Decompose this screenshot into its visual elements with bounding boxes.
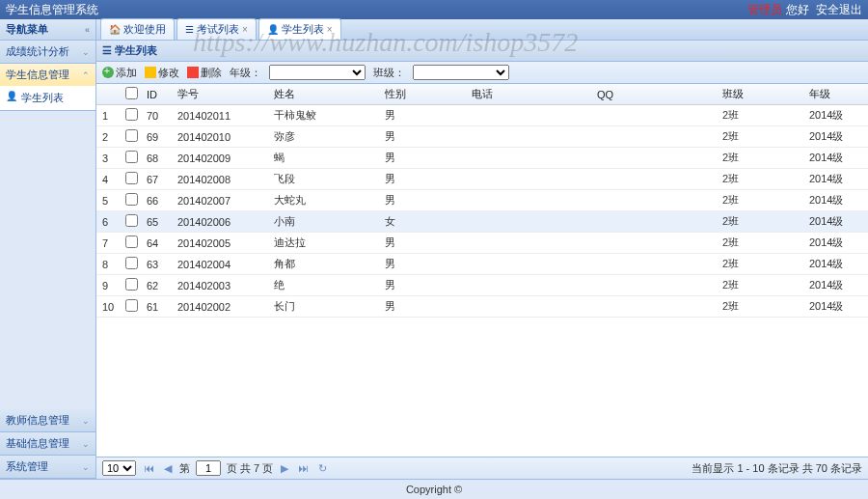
row-checkbox[interactable]: [120, 296, 141, 318]
collapse-icon[interactable]: «: [85, 25, 90, 35]
table-row[interactable]: 863201402004角都男2班2014级: [96, 254, 868, 275]
add-label: 添加: [116, 66, 137, 80]
col-name[interactable]: 姓名: [268, 84, 379, 105]
table-row[interactable]: 467201402008飞段男2班2014级: [96, 169, 868, 190]
grade-select[interactable]: [269, 65, 366, 80]
prev-page-button[interactable]: ◀: [162, 462, 174, 475]
table-row[interactable]: 962201402003绝男2班2014级: [96, 275, 868, 296]
col-qq[interactable]: QQ: [591, 84, 717, 105]
cell-sex: 男: [379, 169, 466, 190]
sidebar-item-student-list[interactable]: 学生列表: [0, 86, 95, 110]
sidebar-acc-teacher[interactable]: 教师信息管理 ⌄: [0, 409, 95, 431]
cell-class: 2班: [717, 105, 803, 126]
cell-sno: 201402011: [172, 105, 268, 126]
cell-phone: [466, 296, 591, 318]
cell-sex: 男: [379, 254, 466, 275]
cell-grade: 2014级: [803, 254, 868, 275]
row-checkbox[interactable]: [120, 211, 141, 233]
panel-header: ☰ 学生列表: [96, 41, 868, 62]
row-checkbox[interactable]: [120, 126, 141, 148]
sidebar-acc-system[interactable]: 系统管理 ⌄: [0, 456, 95, 478]
edit-button[interactable]: 修改: [145, 66, 179, 80]
cell-grade: 2014级: [803, 296, 868, 318]
close-icon[interactable]: ×: [327, 24, 333, 35]
cell-id: 69: [141, 126, 172, 148]
col-sno[interactable]: 学号: [172, 84, 268, 105]
cell-class: 2班: [717, 233, 803, 254]
cell-id: 66: [141, 190, 172, 211]
table-row[interactable]: 665201402006小南女2班2014级: [96, 211, 868, 233]
page-input[interactable]: [196, 460, 221, 476]
add-icon: [102, 67, 114, 78]
logout-link[interactable]: 安全退出: [816, 3, 862, 16]
row-checkbox[interactable]: [120, 233, 141, 254]
row-checkbox[interactable]: [120, 169, 141, 190]
cell-qq: [591, 211, 717, 233]
cell-name: 蝎: [268, 148, 379, 169]
cell-grade: 2014级: [803, 275, 868, 296]
add-button[interactable]: 添加: [102, 66, 137, 80]
student-grid: ID 学号 姓名 性别 电话 QQ 班级 年级 170201402011干柿鬼鲛…: [96, 84, 868, 457]
sidebar-acc-label: 系统管理: [6, 459, 48, 474]
cell-sex: 男: [379, 275, 466, 296]
chevron-up-icon: ⌃: [82, 70, 90, 80]
col-grade[interactable]: 年级: [803, 84, 868, 105]
table-row[interactable]: 269201402010弥彦男2班2014级: [96, 126, 868, 148]
tab-students[interactable]: 👤 学生列表 ×: [258, 18, 341, 40]
sidebar-acc-student[interactable]: 学生信息管理 ⌃: [0, 64, 95, 86]
row-checkbox[interactable]: [120, 254, 141, 275]
tab-welcome[interactable]: 🏠 欢迎使用: [100, 18, 175, 40]
sidebar-header-title: 导航菜单: [6, 22, 48, 37]
cell-phone: [466, 254, 591, 275]
class-select[interactable]: [413, 65, 509, 80]
next-page-button[interactable]: ▶: [279, 462, 290, 475]
list-icon: ☰: [102, 44, 112, 57]
admin-link[interactable]: 管理员: [747, 3, 782, 16]
sidebar: 导航菜单 « 成绩统计分析 ⌄ 学生信息管理 ⌃ 学生列表: [0, 19, 96, 479]
cell-phone: [466, 105, 591, 126]
refresh-button[interactable]: ↻: [316, 462, 329, 475]
pagesize-select[interactable]: 10: [102, 460, 136, 476]
close-icon[interactable]: ×: [242, 24, 248, 35]
table-row[interactable]: 1061201402002长门男2班2014级: [96, 296, 868, 318]
table-row[interactable]: 170201402011干柿鬼鲛男2班2014级: [96, 105, 868, 126]
cell-qq: [591, 233, 717, 254]
cell-sno: 201402005: [172, 233, 268, 254]
cell-class: 2班: [717, 296, 803, 318]
col-phone[interactable]: 电话: [466, 84, 591, 105]
sidebar-acc-base[interactable]: 基础信息管理 ⌄: [0, 432, 95, 455]
delete-button[interactable]: 删除: [187, 66, 222, 80]
panel-title: 学生列表: [115, 43, 157, 58]
row-checkbox[interactable]: [120, 275, 141, 296]
app-title: 学生信息管理系统: [6, 0, 98, 19]
col-checkbox[interactable]: [120, 84, 141, 105]
edit-label: 修改: [158, 66, 179, 80]
cell-sex: 男: [379, 148, 466, 169]
cell-sno: 201402007: [172, 190, 268, 211]
cell-qq: [591, 296, 717, 318]
sidebar-acc-stats[interactable]: 成绩统计分析 ⌄: [0, 41, 95, 63]
col-id[interactable]: ID: [141, 84, 172, 105]
table-row[interactable]: 368201402009蝎男2班2014级: [96, 148, 868, 169]
cell-id: 70: [141, 105, 172, 126]
tab-label: 学生列表: [282, 22, 324, 37]
tab-exams[interactable]: ☰ 考试列表 ×: [176, 18, 257, 40]
table-row[interactable]: 764201402005迪达拉男2班2014级: [96, 233, 868, 254]
table-row[interactable]: 566201402007大蛇丸男2班2014级: [96, 190, 868, 211]
cell-class: 2班: [717, 148, 803, 169]
row-checkbox[interactable]: [120, 105, 141, 126]
pager-info: 当前显示 1 - 10 条记录 共 70 条记录: [692, 461, 862, 476]
grade-label: 年级：: [230, 66, 261, 80]
first-page-button[interactable]: ⏮: [142, 462, 156, 474]
cell-class: 2班: [717, 211, 803, 233]
cell-id: 63: [141, 254, 172, 275]
row-checkbox[interactable]: [120, 190, 141, 211]
row-index: 6: [96, 211, 120, 233]
cell-name: 迪达拉: [268, 233, 379, 254]
col-sex[interactable]: 性别: [379, 84, 466, 105]
row-checkbox[interactable]: [120, 148, 141, 169]
cell-class: 2班: [717, 254, 803, 275]
row-index: 9: [96, 275, 120, 296]
col-class[interactable]: 班级: [717, 84, 803, 105]
last-page-button[interactable]: ⏭: [296, 462, 311, 474]
